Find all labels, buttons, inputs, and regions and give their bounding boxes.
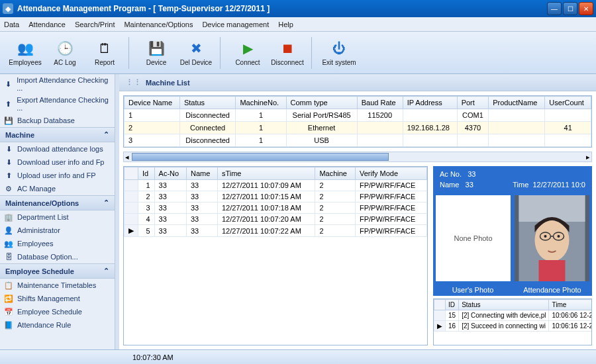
- menu-data[interactable]: Data: [4, 21, 19, 28]
- toolbar-report-button[interactable]: 🗒Report: [85, 34, 124, 71]
- row-indicator-icon: [124, 191, 138, 203]
- row-indicator-icon: [124, 180, 138, 191]
- machine-row[interactable]: 3Disconnected1USB: [124, 134, 591, 147]
- log-col-header[interactable]: Id: [138, 167, 155, 180]
- log-row[interactable]: 2333312/27/2011 10:07:15 AM2FP/PW/RF/FAC…: [124, 191, 427, 203]
- menu-help[interactable]: Help: [278, 21, 293, 28]
- menu-device-management[interactable]: Device management: [202, 21, 269, 28]
- sidebar-section-maintenance-options[interactable]: Maintenance/Options⌃: [0, 195, 115, 210]
- log-cell: 33: [186, 180, 217, 191]
- menu-search-print[interactable]: Search/Print: [75, 21, 115, 28]
- event-cell: 15: [446, 310, 459, 321]
- maximize-button[interactable]: ☐: [563, 2, 577, 15]
- info-header: Ac No. 33 Name 33 Time 12/27/2011 10:0: [433, 166, 592, 193]
- machine-cell: COM1: [457, 109, 489, 122]
- event-row[interactable]: 15[2] Connecting with device,pl10:06:06 …: [434, 310, 593, 321]
- toolbar-del-device-button[interactable]: ✖Del Device: [176, 34, 216, 71]
- toolbar-employees-button[interactable]: 👥Employees: [5, 34, 45, 71]
- machine-grid[interactable]: Device NameStatusMachineNo.Comm typeBaud…: [123, 95, 592, 148]
- sidebar-item-ac-manage[interactable]: ⚙AC Manage: [0, 182, 115, 195]
- menu-attendance[interactable]: Attendance: [28, 21, 66, 28]
- toolbar-disconnect-button[interactable]: ⏹Disconnect: [268, 34, 307, 71]
- machine-col-header[interactable]: Port: [457, 97, 489, 109]
- sidebar-item-import-attendance-checking[interactable]: ⬇Import Attendance Checking ...: [0, 74, 115, 94]
- log-col-header[interactable]: sTime: [217, 167, 315, 180]
- machine-col-header[interactable]: Device Name: [124, 97, 180, 109]
- toolbar-connect-button[interactable]: ▶Connect: [228, 34, 268, 71]
- sidebar-item-backup-database[interactable]: 💾Backup Database: [0, 114, 115, 127]
- sidebar-item-export-attendance-checking[interactable]: ⬆Export Attendance Checking ...: [0, 94, 115, 114]
- sidebar-item-shifts-management[interactable]: 🔁Shifts Management: [0, 292, 115, 305]
- sidebar-item-department-list[interactable]: 🏢Department List: [0, 210, 115, 224]
- sidebar-section-machine[interactable]: Machine⌃: [0, 127, 115, 142]
- toolbar-separator: [220, 37, 224, 69]
- ev-col-header[interactable]: Time: [549, 300, 592, 310]
- log-row[interactable]: ▶5333312/27/2011 10:07:22 AM2FP/PW/RF/FA…: [124, 225, 427, 237]
- log-cell: FP/PW/RF/FACE: [355, 203, 426, 214]
- sidebar-section-title: Maintenance/Options: [5, 199, 79, 207]
- toolbar-separator: [128, 37, 132, 69]
- sidebar-item-download-user-info-and-fp[interactable]: ⬇Download user info and Fp: [0, 156, 115, 169]
- toolbar-exit-system-button[interactable]: ⏻Exit system: [319, 34, 359, 71]
- machine-cell: [357, 134, 403, 147]
- machine-col-header[interactable]: Comm type: [286, 97, 357, 109]
- machine-row[interactable]: 2Connected1Ethernet192.168.1.28437041: [124, 122, 591, 134]
- machine-cell: [489, 122, 545, 134]
- log-row[interactable]: 1333312/27/2011 10:07:09 AM2FP/PW/RF/FAC…: [124, 180, 427, 191]
- log-row[interactable]: 4333312/27/2011 10:07:20 AM2FP/PW/RF/FAC…: [124, 214, 427, 225]
- sidebar-item-employee-schedule[interactable]: 📅Employee Schedule: [0, 305, 115, 318]
- sidebar-item-upload-user-info-and-fp[interactable]: ⬆Upload user info and FP: [0, 169, 115, 182]
- sidebar-section-title: Employee Schedule: [5, 267, 74, 275]
- machine-row[interactable]: 1Disconnected1Serial Port/RS485115200COM…: [124, 109, 591, 122]
- sidebar-item-label: Attendance Rule: [17, 321, 71, 329]
- name-value: 33: [466, 181, 473, 189]
- ev-col-header[interactable]: Status: [459, 300, 549, 310]
- machine-list-label: Machine List: [146, 79, 190, 87]
- log-col-header[interactable]: Verify Mode: [355, 167, 426, 180]
- machine-cell: 192.168.1.28: [403, 122, 457, 134]
- sidebar-item-attendance-rule[interactable]: 📘Attendance Rule: [0, 318, 115, 332]
- log-row[interactable]: 3333312/27/2011 10:07:18 AM2FP/PW/RF/FAC…: [124, 203, 427, 214]
- ev-col-header[interactable]: ID: [446, 300, 459, 310]
- log-cell: 33: [154, 191, 186, 203]
- minimize-button[interactable]: —: [547, 2, 562, 15]
- machine-col-header[interactable]: UserCount: [545, 97, 591, 109]
- log-cell: 4: [138, 214, 155, 225]
- machine-col-header[interactable]: Status: [179, 97, 236, 109]
- log-cell: 33: [154, 214, 186, 225]
- sidebar-item-download-attendance-logs[interactable]: ⬇Download attendance logs: [0, 142, 115, 156]
- sidebar-item-administrator[interactable]: 👤Administrator: [0, 224, 115, 237]
- ac-log-icon: 🕒: [56, 39, 74, 58]
- machine-grid-scrollbar[interactable]: ◂ ▸: [123, 152, 592, 162]
- toolbar-device-button[interactable]: 💾Device: [136, 34, 176, 71]
- log-cell: 33: [154, 225, 186, 237]
- close-button[interactable]: ✕: [579, 2, 593, 15]
- sidebar-item-employees[interactable]: 👥Employees: [0, 237, 115, 250]
- sidebar-section-employee-schedule[interactable]: Employee Schedule⌃: [0, 263, 115, 279]
- log-col-header[interactable]: Ac-No: [154, 167, 186, 180]
- event-grid[interactable]: IDStatusTime15[2] Connecting with device…: [433, 298, 592, 345]
- attendance-log-grid[interactable]: IdAc-NoNamesTimeMachineVerify Mode133331…: [123, 166, 428, 345]
- sidebar-item-database-option[interactable]: 🗄Database Option...: [0, 250, 115, 263]
- machine-col-header[interactable]: MachineNo.: [236, 97, 286, 109]
- machine-cell: 1: [236, 134, 286, 147]
- machine-cell: [489, 109, 545, 122]
- log-col-header[interactable]: Machine: [315, 167, 356, 180]
- menu-maintenance-options[interactable]: Maintenance/Options: [124, 21, 193, 28]
- toolbar-label: Device: [146, 59, 167, 66]
- toolbar-ac-log-button[interactable]: 🕒AC Log: [45, 34, 85, 71]
- sidebar-item-label: Shifts Management: [17, 295, 80, 302]
- machine-col-header[interactable]: IP Address: [403, 97, 457, 109]
- machine-col-header[interactable]: Baud Rate: [357, 97, 403, 109]
- log-cell: 2: [138, 191, 155, 203]
- row-indicator-icon: ▶: [124, 225, 138, 237]
- sidebar-item-label: Import Attendance Checking ...: [17, 76, 111, 92]
- ac-no-value: 33: [468, 170, 475, 178]
- sidebar-item-maintenance-timetables[interactable]: 📋Maintenance Timetables: [0, 279, 115, 292]
- ac-no-label: Ac No.: [440, 170, 462, 178]
- machine-col-header[interactable]: ProductName: [489, 97, 545, 109]
- event-row[interactable]: ▶16[2] Succeed in connecting wi10:06:16 …: [434, 321, 593, 332]
- row-indicator-icon: [124, 214, 138, 225]
- log-cell: 33: [186, 203, 217, 214]
- log-col-header[interactable]: Name: [186, 167, 217, 180]
